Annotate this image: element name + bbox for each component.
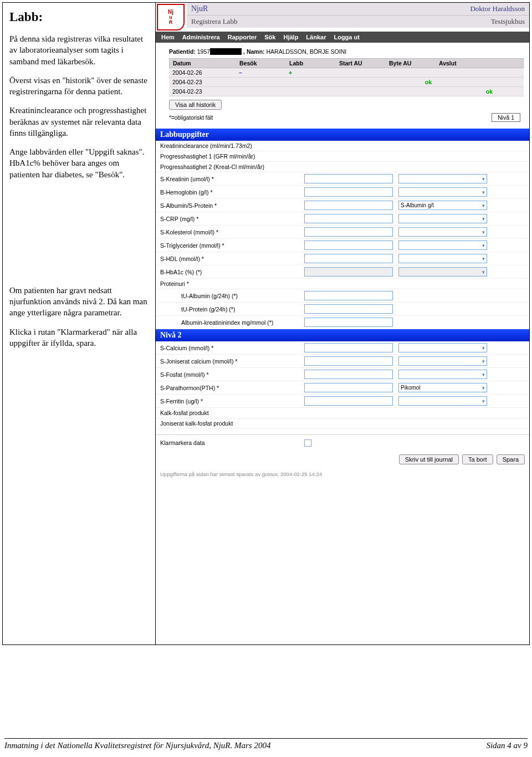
col-labb: Labb xyxy=(286,59,336,68)
lab-field-row: Proteinuri * xyxy=(156,279,529,289)
lab-value-input[interactable] xyxy=(304,356,393,366)
col-byteau: Byte AU xyxy=(386,59,436,68)
chevron-down-icon: ▾ xyxy=(482,269,485,275)
lab-field-label: Joniserat kalk-fosfat produkt xyxy=(160,420,304,427)
lab-field-row: Progresshastighet 2 (Kreat-Cl ml/min/år) xyxy=(156,162,529,172)
lab-unit-select[interactable]: ▾ xyxy=(398,343,487,352)
lab-field-label: Kalk-fosfat produkt xyxy=(160,410,304,416)
lab-field-row: B-Hemoglobin (g/l) *▾ xyxy=(156,186,529,199)
chevron-down-icon: ▾ xyxy=(482,256,485,262)
lab-field-label: tU-Protein (g/24h) (*) xyxy=(160,306,304,313)
menu-lankar[interactable]: Länkar xyxy=(306,34,326,40)
chevron-down-icon: ▾ xyxy=(482,398,485,404)
chevron-down-icon: ▾ xyxy=(482,243,485,248)
chevron-down-icon: ▾ xyxy=(482,229,485,235)
menu-hem[interactable]: Hem xyxy=(161,34,175,40)
lab-unit-select[interactable]: ▾ xyxy=(398,396,487,406)
menu-hjalp[interactable]: Hjälp xyxy=(283,34,298,40)
lab-unit-select: ▾ xyxy=(398,267,487,277)
lab-unit-select[interactable]: ▾ xyxy=(398,187,487,197)
lab-unit-select[interactable]: ▾ xyxy=(398,227,487,237)
instruction-heading: Labb: xyxy=(9,8,149,25)
history-row[interactable]: 2004-02-23 ok xyxy=(169,87,524,96)
lab-unit-select[interactable]: ▾ xyxy=(398,254,487,263)
lab-value-input[interactable] xyxy=(304,318,393,327)
menu-administrera[interactable]: Administrera xyxy=(182,34,220,40)
lab-value-input[interactable] xyxy=(304,174,393,183)
app-logo: NjuR xyxy=(157,4,185,30)
lab-field-label: tU-Albumin (g/24h) (*) xyxy=(160,293,304,299)
chevron-down-icon: ▾ xyxy=(482,216,485,222)
instruction-column: Labb: På denna sida registreras vilka re… xyxy=(3,3,155,645)
instruction-p1: På denna sida registreras vilka resultat… xyxy=(9,33,149,67)
lab-value-input[interactable] xyxy=(304,370,393,379)
col-datum: Datum xyxy=(170,59,236,68)
lab-field-label: S-Parathormon(PTH) * xyxy=(160,385,304,391)
lab-field-label: Kreatininclearance (ml/min/1.73m2) xyxy=(160,142,304,149)
chevron-down-icon: ▾ xyxy=(482,176,485,182)
instruction-p2: Överst visas en "historik" över de senas… xyxy=(9,75,149,98)
lab-field-row: B-HbA1c (%) (*)▾ xyxy=(156,265,529,279)
lab-field-row: Kalk-fosfat produkt xyxy=(156,408,529,418)
menu-sok[interactable]: Sök xyxy=(264,34,275,40)
last-saved-note: Uppgifterna på sidan har senast sparats … xyxy=(156,469,529,477)
patient-name-label: , Namn: xyxy=(243,48,265,55)
lab-value-input xyxy=(304,267,393,277)
lab-field-row: tU-Albumin (g/24h) (*) xyxy=(156,289,529,303)
klarmarkera-checkbox[interactable] xyxy=(304,439,311,447)
chevron-down-icon: ▾ xyxy=(482,190,485,195)
lab-value-input[interactable] xyxy=(304,201,393,210)
lab-unit-select[interactable]: ▾ xyxy=(398,370,487,379)
app-screenshot: NjuR NjuR Doktor Haraldsson Registrera L… xyxy=(155,3,529,645)
lab-value-input[interactable] xyxy=(304,227,393,237)
lab-field-row: Albumin-kreatininindex mg/mmol (*) xyxy=(156,316,529,329)
history-row[interactable]: 2004-02-26 – + xyxy=(169,68,524,78)
show-all-history-button[interactable]: Visa all historik xyxy=(169,100,222,110)
lab-unit-select[interactable]: ▾ xyxy=(398,356,487,366)
footer-right: Sidan 4 av 9 xyxy=(486,741,528,750)
doctor-name: Doktor Haraldsson xyxy=(470,4,525,13)
klarmarkera-label: Klarmarkera data xyxy=(160,439,304,448)
lab-unit-select[interactable]: ▾ xyxy=(398,241,487,250)
instruction-p3: Kreatininclearance och progresshastighet… xyxy=(9,105,149,139)
lab-value-input[interactable] xyxy=(304,396,393,406)
lab-value-input[interactable] xyxy=(304,291,393,300)
instruction-p6: Klicka i rutan "Klarmarkerad" när alla u… xyxy=(9,326,149,349)
menu-rapporter[interactable]: Rapporter xyxy=(228,34,257,40)
lab-value-input[interactable] xyxy=(304,241,393,250)
lab-unit-select[interactable]: ▾ xyxy=(398,214,487,223)
lab-field-row: S-Calcium (mmol/l) *▾ xyxy=(156,341,529,355)
lab-unit-select[interactable]: Pikomol▾ xyxy=(398,383,487,392)
lab-field-label: S-Ferritin (ug/l) * xyxy=(160,398,304,405)
lab-field-label: B-HbA1c (%) (*) xyxy=(160,269,304,275)
delete-button[interactable]: Ta bort xyxy=(462,454,493,464)
chevron-down-icon: ▾ xyxy=(482,385,485,391)
lab-value-input[interactable] xyxy=(304,304,393,314)
lab-field-label: S-Fosfat (mmol/l) * xyxy=(160,371,304,378)
lab-field-row: S-Joniserat calcium (mmol/l) *▾ xyxy=(156,355,529,368)
lab-unit-select[interactable]: S-Albumin g/l▾ xyxy=(398,201,487,210)
lab-unit-select[interactable]: ▾ xyxy=(398,174,487,183)
save-button[interactable]: Spara xyxy=(497,454,525,464)
lab-field-label: S-Triglycerider (mmol/l) * xyxy=(160,242,304,249)
app-title: NjuR xyxy=(191,4,208,13)
lab-value-input[interactable] xyxy=(304,383,393,392)
required-note: *=obligatoriskt fält xyxy=(169,115,213,121)
lab-value-input[interactable] xyxy=(304,343,393,352)
section-niva2: Nivå 2 xyxy=(156,329,529,341)
level-indicator: Nivå 1 xyxy=(492,113,520,122)
lab-field-label: Progresshastighet 2 (Kreat-Cl ml/min/år) xyxy=(160,163,304,170)
lab-field-row: S-Kolesterol (mmol/l) *▾ xyxy=(156,226,529,239)
lab-field-row: S-CRP (mg/l) *▾ xyxy=(156,212,529,226)
lab-value-input[interactable] xyxy=(304,214,393,223)
menu-logout[interactable]: Logga ut xyxy=(334,34,359,40)
lab-value-input[interactable] xyxy=(304,254,393,263)
lab-field-row: S-Parathormon(PTH) *Pikomol▾ xyxy=(156,381,529,395)
print-button[interactable]: Skriv ut till journal xyxy=(399,454,459,464)
lab-field-row: S-Albumin/S-Protein *S-Albumin g/l▾ xyxy=(156,199,529,212)
chevron-down-icon: ▾ xyxy=(482,359,485,364)
history-row[interactable]: 2004-02-23 ok xyxy=(169,78,524,87)
chevron-down-icon: ▾ xyxy=(482,372,485,377)
section-labbuppgifter: Labbuppgifter xyxy=(156,129,529,141)
lab-value-input[interactable] xyxy=(304,187,393,197)
